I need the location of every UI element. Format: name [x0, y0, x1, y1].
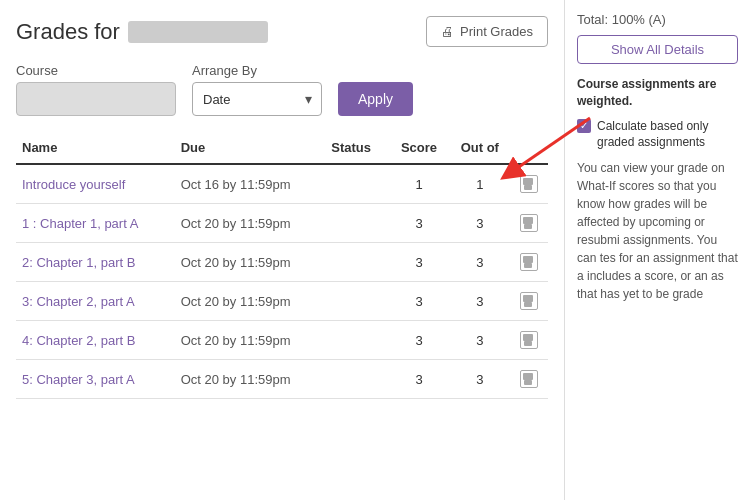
- calculate-checkbox[interactable]: ✓: [577, 119, 591, 133]
- sidebar: Total: 100% (A) Show All Details Course …: [565, 0, 750, 500]
- due-date: Oct 20 by 11:59pm: [175, 282, 326, 321]
- arrange-select[interactable]: Date Name Status Score: [192, 82, 322, 116]
- save-icon-cell[interactable]: [511, 164, 548, 204]
- outof-value: 3: [449, 204, 511, 243]
- save-icon-cell[interactable]: [511, 360, 548, 399]
- table-row: 4: Chapter 2, part B Oct 20 by 11:59pm 3…: [16, 321, 548, 360]
- status-cell: [325, 360, 389, 399]
- assignment-name[interactable]: 4: Chapter 2, part B: [22, 333, 135, 348]
- svg-rect-11: [524, 380, 532, 385]
- svg-rect-7: [524, 302, 532, 307]
- due-date: Oct 20 by 11:59pm: [175, 321, 326, 360]
- assignment-name[interactable]: 2: Chapter 1, part B: [22, 255, 135, 270]
- outof-value: 3: [449, 282, 511, 321]
- outof-value: 3: [449, 321, 511, 360]
- save-icon-cell[interactable]: [511, 282, 548, 321]
- col-due: Due: [175, 132, 326, 164]
- print-grades-button[interactable]: 🖨 Print Grades: [426, 16, 548, 47]
- print-grades-label: Print Grades: [460, 24, 533, 39]
- save-icon: [520, 214, 538, 232]
- col-actions: [511, 132, 548, 164]
- arrange-label: Arrange By: [192, 63, 322, 78]
- grades-header: Grades for 🖨 Print Grades: [16, 16, 548, 47]
- score-value: 3: [389, 360, 449, 399]
- save-icon-cell[interactable]: [511, 243, 548, 282]
- outof-value: 1: [449, 164, 511, 204]
- course-assignments-info: Course assignments are weighted.: [577, 76, 738, 110]
- col-outof: Out of: [449, 132, 511, 164]
- assignment-name[interactable]: 5: Chapter 3, part A: [22, 372, 135, 387]
- due-date: Oct 16 by 11:59pm: [175, 164, 326, 204]
- save-icon-cell[interactable]: [511, 321, 548, 360]
- save-icon-cell[interactable]: [511, 204, 548, 243]
- grades-table: Name Due Status Score Out of Introduce y…: [16, 132, 548, 399]
- svg-rect-3: [524, 224, 532, 229]
- grades-title: Grades for: [16, 19, 268, 45]
- save-icon: [520, 175, 538, 193]
- save-icon: [520, 292, 538, 310]
- table-row: 5: Chapter 3, part A Oct 20 by 11:59pm 3…: [16, 360, 548, 399]
- svg-rect-8: [523, 334, 533, 341]
- main-panel: Grades for 🖨 Print Grades Course Arrange…: [0, 0, 565, 500]
- svg-rect-9: [524, 341, 532, 346]
- info-paragraph: You can view your grade on What-If score…: [577, 159, 738, 303]
- due-date: Oct 20 by 11:59pm: [175, 204, 326, 243]
- due-date: Oct 20 by 11:59pm: [175, 243, 326, 282]
- score-value: 3: [389, 321, 449, 360]
- table-row: 3: Chapter 2, part A Oct 20 by 11:59pm 3…: [16, 282, 548, 321]
- table-row: 1 : Chapter 1, part A Oct 20 by 11:59pm …: [16, 204, 548, 243]
- svg-rect-1: [524, 185, 532, 190]
- save-icon: [520, 331, 538, 349]
- student-name-blur: [128, 21, 268, 43]
- printer-icon: 🖨: [441, 24, 454, 39]
- status-cell: [325, 321, 389, 360]
- filters-row: Course Arrange By Date Name Status Score…: [16, 63, 548, 116]
- status-cell: [325, 204, 389, 243]
- total-text: Total: 100% (A): [577, 12, 738, 27]
- table-row: Introduce yourself Oct 16 by 11:59pm 1 1: [16, 164, 548, 204]
- col-status: Status: [325, 132, 389, 164]
- course-filter-group: Course: [16, 63, 176, 116]
- svg-rect-6: [523, 295, 533, 302]
- save-icon: [520, 370, 538, 388]
- assignment-name[interactable]: Introduce yourself: [22, 177, 125, 192]
- apply-button[interactable]: Apply: [338, 82, 413, 116]
- status-cell: [325, 282, 389, 321]
- table-row: 2: Chapter 1, part B Oct 20 by 11:59pm 3…: [16, 243, 548, 282]
- col-name: Name: [16, 132, 175, 164]
- score-value: 3: [389, 204, 449, 243]
- svg-rect-5: [524, 263, 532, 268]
- status-cell: [325, 164, 389, 204]
- due-date: Oct 20 by 11:59pm: [175, 360, 326, 399]
- arrange-filter-group: Arrange By Date Name Status Score: [192, 63, 322, 116]
- svg-rect-0: [523, 178, 533, 185]
- svg-rect-10: [523, 373, 533, 380]
- arrange-select-wrapper: Date Name Status Score: [192, 82, 322, 116]
- col-score: Score: [389, 132, 449, 164]
- checkbox-row: ✓ Calculate based only graded assignment…: [577, 118, 738, 152]
- weighted-label: Course assignments are weighted.: [577, 77, 716, 108]
- save-icon: [520, 253, 538, 271]
- score-value: 3: [389, 243, 449, 282]
- table-header-row: Name Due Status Score Out of: [16, 132, 548, 164]
- assignment-name[interactable]: 1 : Chapter 1, part A: [22, 216, 138, 231]
- outof-value: 3: [449, 360, 511, 399]
- show-all-details-button[interactable]: Show All Details: [577, 35, 738, 64]
- grades-for-label: Grades for: [16, 19, 120, 45]
- calculate-label: Calculate based only graded assignments: [597, 118, 738, 152]
- score-value: 1: [389, 164, 449, 204]
- status-cell: [325, 243, 389, 282]
- assignment-name[interactable]: 3: Chapter 2, part A: [22, 294, 135, 309]
- score-value: 3: [389, 282, 449, 321]
- outof-value: 3: [449, 243, 511, 282]
- course-label: Course: [16, 63, 176, 78]
- course-select[interactable]: [16, 82, 176, 116]
- svg-rect-2: [523, 217, 533, 224]
- svg-rect-4: [523, 256, 533, 263]
